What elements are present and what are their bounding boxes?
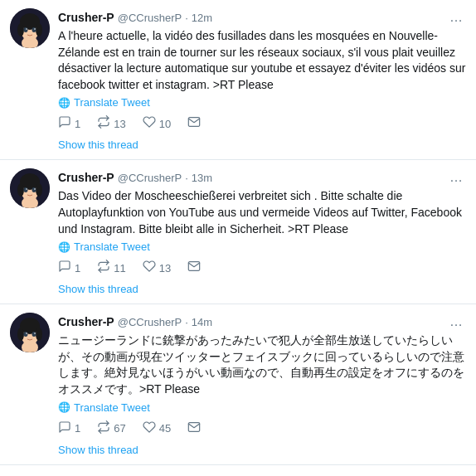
retweet-action-3[interactable]: 67 [97, 420, 125, 437]
more-icon-2[interactable]: … [446, 168, 466, 187]
like-count-3: 45 [159, 422, 171, 435]
globe-icon-2: 🌐 [58, 241, 70, 253]
tweet-meta-2: Crusher-P @CCrusherP · 13m [58, 171, 212, 184]
retweet-action-1[interactable]: 13 [97, 115, 125, 132]
svg-point-25 [36, 328, 42, 341]
translate-link-2[interactable]: Translate Tweet [74, 240, 150, 253]
heart-icon-3 [143, 420, 156, 437]
tweet-header-1: Crusher-P @CCrusherP · 12m … [58, 8, 466, 27]
avatar-1 [10, 8, 50, 48]
retweet-icon-1 [97, 115, 110, 132]
translate-link-1[interactable]: Translate Tweet [74, 96, 150, 109]
retweet-action-2[interactable]: 11 [97, 260, 125, 276]
reply-icon-3 [58, 420, 71, 437]
avatar-3 [10, 313, 50, 352]
svg-point-18 [26, 189, 27, 191]
tweet-body-1: Crusher-P @CCrusherP · 12m … A l'heure a… [58, 8, 466, 151]
svg-point-9 [34, 28, 36, 30]
retweet-count-2: 11 [114, 262, 125, 274]
svg-point-14 [17, 183, 24, 197]
reply-icon-2 [58, 260, 71, 276]
dot-1: · [185, 12, 188, 24]
avatar-2 [10, 168, 50, 208]
retweet-icon-3 [97, 420, 110, 437]
dot-2: · [185, 172, 188, 184]
tweet-body-2: Crusher-P @CCrusherP · 13m … Das Video d… [58, 168, 466, 295]
time-3: 14m [192, 316, 212, 328]
username-2: @CCrusherP [118, 172, 182, 184]
svg-point-28 [26, 333, 27, 334]
like-count-1: 10 [159, 118, 171, 130]
show-thread-link-3[interactable]: Show this thread [58, 444, 138, 456]
globe-icon-3: 🌐 [58, 401, 70, 413]
svg-point-19 [34, 189, 36, 191]
svg-point-27 [32, 332, 36, 337]
svg-point-24 [17, 328, 24, 341]
translate-row-2: 🌐 Translate Tweet [58, 240, 466, 253]
dm-action-2[interactable] [187, 260, 201, 276]
tweet-text-1: A l'heure actuelle, la vidéo des fusilla… [58, 28, 466, 93]
tweet-3: Crusher-P @CCrusherP · 14m … ニュージーランドに銃撃… [0, 304, 476, 464]
more-icon-1[interactable]: … [446, 8, 466, 27]
reply-icon-1 [58, 115, 71, 132]
show-thread-link-1[interactable]: Show this thread [58, 138, 138, 151]
tweet-1: Crusher-P @CCrusherP · 12m … A l'heure a… [0, 0, 476, 160]
display-name-3: Crusher-P [58, 315, 114, 328]
heart-icon-1 [143, 115, 156, 132]
tweet-meta-1: Crusher-P @CCrusherP · 12m [58, 11, 212, 24]
dm-icon-1 [187, 115, 201, 132]
actions-row-2: 1 11 13 [58, 260, 466, 276]
reply-count-1: 1 [75, 118, 80, 130]
svg-point-26 [24, 332, 28, 337]
svg-point-4 [17, 23, 24, 36]
tweet-header-2: Crusher-P @CCrusherP · 13m … [58, 168, 466, 187]
tweet-2: Crusher-P @CCrusherP · 13m … Das Video d… [0, 160, 476, 304]
svg-point-6 [24, 27, 28, 32]
retweet-icon-2 [97, 260, 110, 276]
time-1: 12m [192, 12, 212, 24]
actions-row-1: 1 13 10 [58, 115, 466, 132]
display-name-1: Crusher-P [58, 11, 114, 24]
like-count-2: 13 [159, 262, 171, 274]
dm-icon-2 [187, 260, 201, 276]
translate-link-3[interactable]: Translate Tweet [74, 401, 150, 414]
retweet-count-3: 67 [114, 422, 125, 435]
like-action-3[interactable]: 45 [143, 420, 171, 437]
dm-action-1[interactable] [187, 115, 201, 132]
show-thread-link-2[interactable]: Show this thread [58, 283, 138, 295]
svg-point-29 [34, 333, 36, 334]
tweet-text-2: Das Video der Moscheeschießerei verbreit… [58, 188, 466, 237]
globe-icon-1: 🌐 [58, 97, 70, 109]
reply-count-3: 1 [75, 422, 80, 435]
svg-point-15 [36, 183, 42, 197]
username-3: @CCrusherP [118, 316, 182, 328]
tweet-text-3: ニュージーランドに銃撃があったみたいで犯人が全部生放送していたらしいが、その動画… [58, 333, 466, 397]
reply-count-2: 1 [75, 262, 80, 274]
dm-action-3[interactable] [187, 420, 201, 437]
retweet-count-1: 13 [114, 118, 125, 130]
dm-icon-3 [187, 420, 201, 437]
username-1: @CCrusherP [118, 12, 182, 24]
tweet-meta-3: Crusher-P @CCrusherP · 14m [58, 315, 212, 328]
heart-icon-2 [143, 260, 156, 276]
svg-point-8 [26, 28, 27, 30]
svg-point-16 [24, 187, 28, 192]
reply-action-2[interactable]: 1 [58, 260, 80, 276]
time-2: 13m [192, 172, 212, 184]
svg-point-5 [36, 23, 42, 36]
more-icon-3[interactable]: … [446, 313, 466, 331]
translate-row-3: 🌐 Translate Tweet [58, 401, 466, 414]
display-name-2: Crusher-P [58, 171, 114, 184]
reply-action-1[interactable]: 1 [58, 115, 80, 132]
like-action-1[interactable]: 10 [143, 115, 171, 132]
tweet-header-3: Crusher-P @CCrusherP · 14m … [58, 313, 466, 331]
translate-row-1: 🌐 Translate Tweet [58, 96, 466, 109]
svg-point-7 [32, 27, 36, 32]
dot-3: · [185, 316, 188, 328]
like-action-2[interactable]: 13 [143, 260, 171, 276]
svg-point-17 [32, 187, 36, 192]
tweet-body-3: Crusher-P @CCrusherP · 14m … ニュージーランドに銃撃… [58, 313, 466, 455]
actions-row-3: 1 67 45 [58, 420, 466, 437]
reply-action-3[interactable]: 1 [58, 420, 80, 437]
